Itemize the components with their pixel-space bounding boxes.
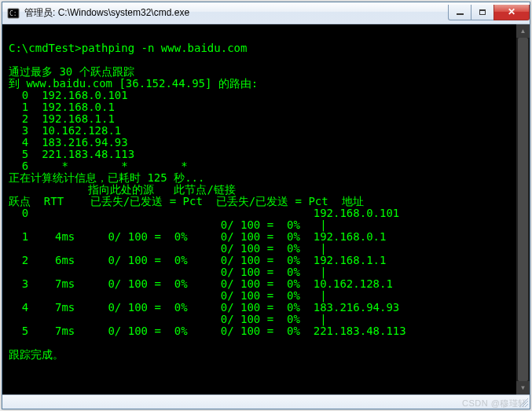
close-icon: ✕ [508, 6, 515, 17]
resize-grip[interactable] [519, 398, 528, 407]
scroll-thumb[interactable] [518, 38, 528, 381]
window-controls: ✕ [449, 5, 530, 20]
window-title: 管理员: C:\Windows\system32\cmd.exe [24, 6, 449, 20]
scroll-up-button[interactable]: ▲ [516, 24, 530, 38]
scroll-down-button[interactable]: ▼ [516, 381, 530, 394]
terminal-output[interactable]: C:\cmdTest>pathping -n www.baidu.com 通过最… [2, 24, 530, 394]
cmd-window: C: 管理员: C:\Windows\system32\cmd.exe ✕ C:… [2, 2, 530, 409]
cmd-icon: C: [7, 7, 20, 20]
svg-text:C:: C: [9, 10, 17, 17]
maximize-button[interactable] [471, 5, 494, 20]
minimize-button[interactable] [448, 5, 471, 20]
maximize-icon [479, 9, 486, 15]
terminal-text: C:\cmdTest>pathping -n www.baidu.com 通过最… [9, 31, 523, 361]
minimize-icon [457, 13, 464, 15]
close-button[interactable]: ✕ [493, 5, 530, 20]
status-bar [2, 394, 530, 409]
scroll-track[interactable] [516, 38, 530, 381]
vertical-scrollbar[interactable]: ▲ ▼ [516, 24, 530, 394]
title-bar[interactable]: C: 管理员: C:\Windows\system32\cmd.exe ✕ [2, 2, 530, 24]
